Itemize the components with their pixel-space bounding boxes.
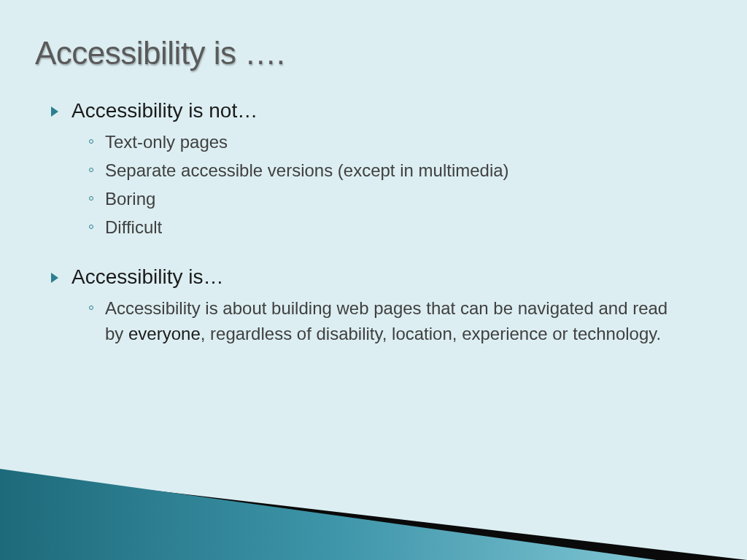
section1-sub-bullets: Text-only pages Separate accessible vers…	[51, 130, 696, 240]
sub-bullet-text: Difficult	[105, 215, 162, 241]
sub-bullet-item: Text-only pages	[89, 130, 696, 155]
paragraph-bold-word: everyone	[128, 324, 201, 343]
circle-bullet-icon	[89, 196, 93, 201]
paragraph-after: , regardless of disability, location, ex…	[201, 324, 661, 343]
main-bullet-section1: Accessibility is not…	[51, 98, 696, 124]
section2-heading: Accessibility is…	[71, 264, 223, 290]
circle-bullet-icon	[89, 225, 93, 229]
sub-bullet-item: Accessibility is about building web page…	[89, 296, 696, 347]
arrow-right-icon	[51, 106, 58, 117]
circle-bullet-icon	[89, 168, 93, 172]
slide-content: Accessibility is not… Text-only pages Se…	[0, 71, 747, 347]
sub-bullet-text: Text-only pages	[105, 130, 228, 155]
sub-bullet-text: Separate accessible versions (except in …	[105, 158, 509, 184]
svg-marker-0	[0, 472, 747, 560]
circle-bullet-icon	[89, 306, 93, 310]
slide-title: Accessibility is ….	[0, 0, 747, 71]
sub-bullet-item: Boring	[89, 187, 696, 212]
svg-marker-1	[0, 469, 657, 560]
section1-heading: Accessibility is not…	[71, 98, 258, 124]
sub-bullet-text: Boring	[105, 187, 155, 212]
section2-sub-bullets: Accessibility is about building web page…	[51, 296, 696, 347]
arrow-right-icon	[51, 273, 58, 283]
main-bullet-section2: Accessibility is…	[51, 264, 696, 290]
sub-bullet-item: Separate accessible versions (except in …	[89, 158, 696, 184]
decorative-wedge-shape	[0, 429, 747, 560]
sub-bullet-item: Difficult	[89, 215, 696, 241]
section2-paragraph: Accessibility is about building web page…	[105, 296, 689, 347]
circle-bullet-icon	[89, 139, 93, 144]
